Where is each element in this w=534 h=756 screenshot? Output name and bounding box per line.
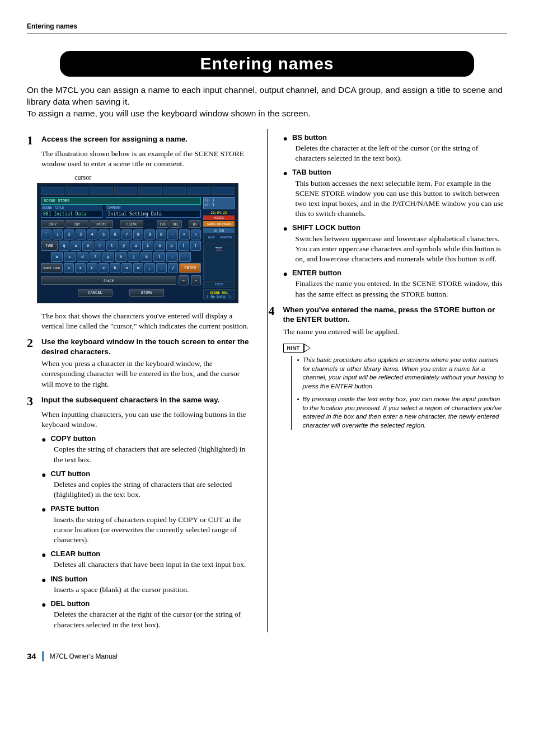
bullet-tab: ●TAB button <box>283 168 508 178</box>
hint-block: •This basic procedure also applies in sc… <box>291 356 508 430</box>
bullet-del-body: Deletes the character at the right of th… <box>54 609 251 630</box>
ss-key[interactable]: d <box>77 252 88 262</box>
ss-key[interactable]: u <box>130 241 141 251</box>
ss-space-key[interactable]: SPACE <box>41 276 176 285</box>
ss-key[interactable]: l <box>153 252 165 262</box>
ss-key[interactable]: - <box>167 229 178 240</box>
ss-enter-key[interactable]: ENTER <box>179 263 201 273</box>
step-number: 3 <box>27 395 37 407</box>
ss-clear-button[interactable]: CLEAR <box>120 220 143 228</box>
ss-key[interactable]: 8 <box>133 229 144 240</box>
ss-key[interactable]: 7 <box>121 229 132 240</box>
ss-key[interactable]: p <box>166 241 177 251</box>
step-body: When inputting characters, you can use t… <box>41 410 251 430</box>
ss-key[interactable]: [ <box>178 241 189 251</box>
ss-setup[interactable]: SETUP <box>203 281 235 288</box>
hint-badge: HINT <box>283 344 304 353</box>
ss-selected-channel[interactable]: CH 1 ch 1 <box>203 197 235 209</box>
ss-key[interactable]: m <box>133 263 144 273</box>
ss-key[interactable]: 4 <box>87 229 97 240</box>
bullet-del: ●DEL button <box>41 599 251 609</box>
ss-key[interactable]: 6 <box>110 229 120 240</box>
bullet-enter-body: Finalizes the name you entered. In the S… <box>296 279 508 299</box>
ss-key[interactable]: w <box>71 241 81 251</box>
ss-key[interactable]: , <box>144 263 155 273</box>
ss-shiftlock-key[interactable]: SHIFT LOCK <box>41 263 63 273</box>
ss-key[interactable]: v <box>99 263 109 273</box>
ss-del-button[interactable]: DEL <box>170 220 182 228</box>
bullet-ins: ●INS button <box>41 575 251 585</box>
ss-key[interactable]: o <box>154 241 165 251</box>
ss-scene-store-label: SCENE STORE <box>41 197 201 205</box>
bullet-paste: ●PASTE button <box>41 504 251 514</box>
ss-key[interactable]: g <box>102 252 114 262</box>
ss-key[interactable]: f <box>90 252 101 262</box>
ss-key[interactable]: ` <box>41 229 51 240</box>
ss-copy-button[interactable]: COPY <box>41 220 64 228</box>
ss-access-indicator: ACCESS <box>203 215 235 220</box>
running-header: Entering names <box>27 22 507 30</box>
ss-key[interactable]: r <box>95 241 105 251</box>
ss-bs-button[interactable]: BS <box>189 220 201 228</box>
ss-key[interactable]: s <box>64 252 76 262</box>
ss-key[interactable]: 5 <box>99 229 109 240</box>
ss-key[interactable]: ] <box>190 241 201 251</box>
ss-key[interactable]: h <box>115 252 127 262</box>
step-body: When you press a character in the keyboa… <box>41 359 251 389</box>
ss-key[interactable]: ; <box>166 252 178 262</box>
bullet-ins-body: Inserts a space (blank) at the cursor po… <box>54 585 251 595</box>
ss-left-arrow-key[interactable]: ← <box>179 275 189 285</box>
step-body: The illustration shown below is an examp… <box>41 149 251 169</box>
page-number: 34 <box>27 651 36 661</box>
ss-key[interactable]: ' <box>179 252 191 262</box>
ss-right-arrow-key[interactable]: → <box>191 275 201 285</box>
hint-label-row: HINT <box>283 344 508 353</box>
hint-arrow-icon <box>304 344 311 353</box>
ss-key[interactable]: / <box>168 263 179 273</box>
ss-key[interactable]: j <box>128 252 139 262</box>
ss-key[interactable]: 0 <box>156 229 167 240</box>
ss-key[interactable]: a <box>51 252 63 262</box>
ss-key[interactable]: \ <box>191 229 202 240</box>
ss-ch-job[interactable]: CH JOB <box>203 228 235 233</box>
ss-key[interactable]: k <box>140 252 152 262</box>
bullet-shift: ●SHIFT LOCK button <box>283 223 508 233</box>
ss-rack[interactable]: RACK <box>204 236 219 242</box>
bullet-cut-body: Deletes and copies the string of charact… <box>54 480 251 500</box>
ss-key[interactable]: x <box>75 263 86 273</box>
ss-key[interactable]: n <box>121 263 132 273</box>
ss-sends-on-fader[interactable]: SENDS ON FADER <box>203 221 235 227</box>
footer-accent-bar <box>42 651 44 661</box>
ss-key-row-q: TAB q w e r t y u i o p [ ] <box>41 241 201 251</box>
step-body: The name you entered will be applied. <box>283 327 508 337</box>
ss-key[interactable]: 1 <box>53 229 63 240</box>
ss-paste-button[interactable]: PASTE <box>90 220 113 228</box>
ss-comment-input[interactable]: Initial Setting Data <box>106 210 201 218</box>
ss-key[interactable]: q <box>59 241 69 251</box>
ss-key[interactable]: = <box>179 229 190 240</box>
ss-key[interactable]: e <box>82 241 93 251</box>
ss-store-button[interactable]: STORE <box>129 289 164 297</box>
bullet-bs: ●BS button <box>283 133 508 143</box>
ss-scene-indicator[interactable]: SCENE 001 [ No Data! ] <box>203 289 235 299</box>
bullet-cut: ●CUT button <box>41 469 251 480</box>
ss-key[interactable]: 9 <box>144 229 155 240</box>
ss-scene-title-input[interactable]: 001 Initial Data <box>41 210 102 218</box>
step-title: Use the keyboard window in the touch scr… <box>41 337 251 356</box>
ss-key[interactable]: 2 <box>64 229 74 240</box>
ss-key[interactable]: y <box>119 241 129 251</box>
ss-cancel-button[interactable]: CANCEL <box>78 289 113 297</box>
ss-key[interactable]: . <box>156 263 167 273</box>
ss-ins-button[interactable]: INS <box>157 220 169 228</box>
ss-monitor[interactable]: MONITOR <box>219 236 233 242</box>
ss-key[interactable]: i <box>142 241 153 251</box>
ss-key[interactable]: c <box>87 263 97 273</box>
ss-meter[interactable]: METER OVER <box>203 245 235 280</box>
ss-tab-key[interactable]: TAB <box>41 241 58 251</box>
ss-key[interactable]: t <box>106 241 117 251</box>
ss-key[interactable]: b <box>110 263 120 273</box>
ss-key[interactable]: 3 <box>76 229 86 240</box>
ss-key[interactable]: z <box>64 263 74 273</box>
ss-cut-button[interactable]: CUT <box>65 220 89 228</box>
header-rule <box>27 34 507 34</box>
